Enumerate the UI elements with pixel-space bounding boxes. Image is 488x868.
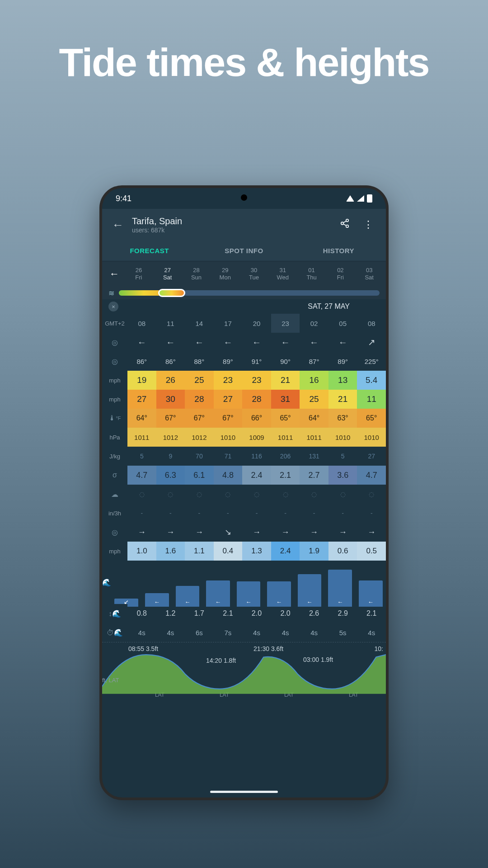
headline: Tide times & heights [0,41,488,84]
cell: ◌ [242,485,271,504]
cell: → [328,523,357,542]
cell: - [300,504,328,523]
wave-bar: ← [172,564,203,607]
cell: ← [328,333,357,352]
date-scroller[interactable]: ← 26Fri27Sat28Sun29Mon30Tue31Wed01Thu02F… [102,261,386,287]
cell: 08 [127,314,156,333]
cell: 08 [357,314,386,333]
cell: ← [127,333,156,352]
cell: 11 [357,390,386,409]
date-col[interactable]: 01Thu [299,267,325,281]
date-back-button[interactable]: ← [106,268,123,280]
tab-history[interactable]: HISTORY [291,241,386,261]
cell: 67° [156,409,185,428]
cell: 88° [185,352,214,371]
cell: 1012 [156,428,185,447]
cell: 2.6 [300,604,328,623]
row-label: mph [102,542,127,561]
camera-notch [241,194,247,201]
share-button[interactable] [337,218,352,231]
date-col[interactable]: 02Fri [327,267,353,281]
cell: 1010 [357,428,386,447]
sigma-icon: σ [102,466,127,485]
row-label: in/3h [102,504,127,523]
cell: 66° [242,409,271,428]
home-indicator[interactable] [210,791,278,793]
date-col[interactable]: 29Mon [212,267,238,281]
cell: - [214,504,243,523]
cell: 2.0 [242,604,271,623]
date-col[interactable]: 27Sat [155,267,181,281]
cell: 65° [357,409,386,428]
time-slider[interactable] [119,290,380,296]
cell: 4s [242,623,271,642]
cell: 2.1 [214,604,243,623]
cell: ← [300,333,328,352]
cell: ↗ [357,333,386,352]
cell: 3.6 [328,466,357,485]
cell: 1.3 [242,542,271,561]
row-label: J/kg [102,447,127,466]
cell: ◌ [328,485,357,504]
date-col[interactable]: 31Wed [270,267,296,281]
cell: 1011 [127,428,156,447]
cape-row: J/kg 597071116206131527 [102,447,386,466]
cell: 0.6 [328,542,357,561]
date-col[interactable]: 26Fri [126,267,152,281]
tab-spot-info[interactable]: SPOT INFO [197,241,291,261]
wave-bar: ← [355,564,386,607]
cell: 1011 [271,428,300,447]
signal-icon [357,195,364,202]
tab-forecast[interactable]: FORECAST [102,241,197,261]
cell: ◌ [185,485,214,504]
cell: 0.8 [127,604,156,623]
cell: - [156,504,185,523]
date-col[interactable]: 03Sat [356,267,382,281]
date-col[interactable]: 28Sun [183,267,210,281]
cell: 5s [328,623,357,642]
wave-bar: ← [203,564,234,607]
cell: ← [242,333,271,352]
wind-slider-row: ≋ [102,287,386,299]
tide-label: 08:55 3.5ft [128,645,158,652]
cell: → [357,523,386,542]
cell: 19 [127,371,156,390]
cell: ◌ [127,485,156,504]
menu-button[interactable]: ⋮ [361,219,376,231]
cell: 2.4 [271,542,300,561]
cell: ↘ [214,523,243,542]
swell-speed-row: mph 1.01.61.10.41.32.41.90.60.5 [102,542,386,561]
svg-point-1 [341,222,344,225]
cell: ◌ [156,485,185,504]
cell: 9 [156,447,185,466]
cell: 86° [156,352,185,371]
wave-bar: ← [142,564,173,607]
cell: 67° [185,409,214,428]
cell: 4.7 [127,466,156,485]
wind-deg-row: ◎ 86°86°88°89°91°90°87°89°225° [102,352,386,371]
battery-icon [367,194,372,203]
cell: - [271,504,300,523]
close-chip[interactable]: × [108,302,118,311]
back-button[interactable]: ← [112,218,124,232]
cell: 91° [242,352,271,371]
wave-bar: ← [264,564,295,607]
cell: 5 [127,447,156,466]
cell: 63° [328,409,357,428]
cell: 1011 [300,428,328,447]
cell: 2.1 [357,604,386,623]
wave-period-row: ⏱🌊 4s4s6s7s4s4s4s5s4s [102,623,386,642]
cell: 28 [185,390,214,409]
cell: 0.5 [357,542,386,561]
cell: 2.7 [300,466,328,485]
slider-thumb[interactable] [158,289,185,297]
cell: - [357,504,386,523]
cell: 1.7 [185,604,214,623]
date-col[interactable]: 30Tue [241,267,267,281]
cell: 116 [242,447,271,466]
cell: 23 [242,371,271,390]
svg-point-2 [346,225,349,228]
wind-speed-row: mph 19262523232116135.4 [102,371,386,390]
cell: 71 [214,447,243,466]
cell: 1.6 [156,542,185,561]
